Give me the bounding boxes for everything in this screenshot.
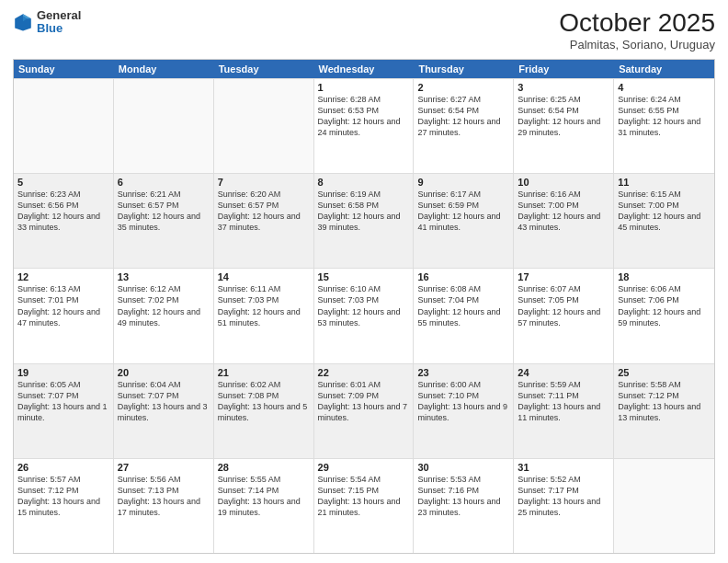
location-subtitle: Palmitas, Soriano, Uruguay	[559, 38, 715, 52]
cell-daylight-text: Sunrise: 6:25 AM Sunset: 6:54 PM Dayligh…	[518, 94, 609, 139]
day-number: 3	[518, 82, 609, 93]
cal-cell-3-0: 19Sunrise: 6:05 AM Sunset: 7:07 PM Dayli…	[14, 364, 114, 458]
cell-daylight-text: Sunrise: 5:52 AM Sunset: 7:17 PM Dayligh…	[518, 474, 609, 519]
cal-cell-1-5: 10Sunrise: 6:16 AM Sunset: 7:00 PM Dayli…	[514, 174, 614, 268]
day-number: 11	[618, 177, 711, 188]
cal-cell-4-4: 30Sunrise: 5:53 AM Sunset: 7:16 PM Dayli…	[414, 459, 514, 553]
cell-daylight-text: Sunrise: 6:27 AM Sunset: 6:54 PM Dayligh…	[417, 94, 509, 139]
cal-cell-1-4: 9Sunrise: 6:17 AM Sunset: 6:59 PM Daylig…	[414, 174, 514, 268]
cal-cell-2-4: 16Sunrise: 6:08 AM Sunset: 7:04 PM Dayli…	[414, 269, 514, 362]
day-number: 26	[17, 462, 109, 473]
day-number: 4	[618, 82, 711, 93]
day-number: 31	[518, 462, 609, 473]
cell-daylight-text: Sunrise: 6:10 AM Sunset: 7:03 PM Dayligh…	[318, 283, 410, 328]
cal-cell-4-0: 26Sunrise: 5:57 AM Sunset: 7:12 PM Dayli…	[14, 459, 114, 553]
cell-daylight-text: Sunrise: 5:58 AM Sunset: 7:12 PM Dayligh…	[618, 379, 711, 424]
cal-cell-2-1: 13Sunrise: 6:12 AM Sunset: 7:02 PM Dayli…	[114, 269, 214, 362]
day-number: 14	[218, 271, 310, 282]
header-day-monday: Monday	[114, 60, 214, 78]
calendar-body: 1Sunrise: 6:28 AM Sunset: 6:53 PM Daylig…	[14, 78, 714, 553]
cal-cell-2-6: 18Sunrise: 6:06 AM Sunset: 7:06 PM Dayli…	[614, 269, 714, 362]
cell-daylight-text: Sunrise: 6:17 AM Sunset: 6:59 PM Dayligh…	[417, 189, 509, 234]
header: General Blue October 2025 Palmitas, Sori…	[13, 9, 715, 52]
cal-cell-2-5: 17Sunrise: 6:07 AM Sunset: 7:05 PM Dayli…	[514, 269, 614, 362]
day-number: 30	[417, 462, 509, 473]
cell-daylight-text: Sunrise: 6:20 AM Sunset: 6:57 PM Dayligh…	[218, 189, 310, 234]
header-day-wednesday: Wednesday	[314, 60, 415, 78]
day-number: 20	[118, 367, 210, 378]
cal-cell-3-3: 22Sunrise: 6:01 AM Sunset: 7:09 PM Dayli…	[314, 364, 415, 458]
cal-cell-1-6: 11Sunrise: 6:15 AM Sunset: 7:00 PM Dayli…	[614, 174, 714, 268]
logo-general: General	[37, 8, 81, 22]
day-number: 1	[318, 82, 410, 93]
cell-daylight-text: Sunrise: 6:05 AM Sunset: 7:07 PM Dayligh…	[17, 379, 109, 424]
header-day-sunday: Sunday	[14, 60, 114, 78]
day-number: 6	[118, 177, 210, 188]
day-number: 13	[118, 271, 210, 282]
cell-daylight-text: Sunrise: 6:15 AM Sunset: 7:00 PM Dayligh…	[618, 189, 711, 234]
cell-daylight-text: Sunrise: 6:06 AM Sunset: 7:06 PM Dayligh…	[618, 283, 711, 328]
logo-text: General Blue	[37, 9, 81, 36]
cal-cell-0-0	[14, 79, 114, 173]
calendar-row-2: 12Sunrise: 6:13 AM Sunset: 7:01 PM Dayli…	[14, 268, 714, 362]
title-block: October 2025 Palmitas, Soriano, Uruguay	[559, 9, 715, 52]
header-day-friday: Friday	[514, 60, 614, 78]
header-day-tuesday: Tuesday	[214, 60, 314, 78]
cell-daylight-text: Sunrise: 6:13 AM Sunset: 7:01 PM Dayligh…	[17, 283, 109, 328]
cell-daylight-text: Sunrise: 6:07 AM Sunset: 7:05 PM Dayligh…	[518, 283, 609, 328]
cell-daylight-text: Sunrise: 6:28 AM Sunset: 6:53 PM Dayligh…	[318, 94, 410, 139]
cal-cell-1-2: 7Sunrise: 6:20 AM Sunset: 6:57 PM Daylig…	[214, 174, 314, 268]
day-number: 27	[118, 462, 210, 473]
cell-daylight-text: Sunrise: 6:02 AM Sunset: 7:08 PM Dayligh…	[218, 379, 310, 424]
cal-cell-0-2	[214, 79, 314, 173]
day-number: 19	[17, 367, 109, 378]
month-title: October 2025	[559, 9, 715, 38]
day-number: 2	[417, 82, 509, 93]
cal-cell-3-1: 20Sunrise: 6:04 AM Sunset: 7:07 PM Dayli…	[114, 364, 214, 458]
cal-cell-4-2: 28Sunrise: 5:55 AM Sunset: 7:14 PM Dayli…	[214, 459, 314, 553]
cell-daylight-text: Sunrise: 5:56 AM Sunset: 7:13 PM Dayligh…	[118, 474, 210, 519]
cell-daylight-text: Sunrise: 6:21 AM Sunset: 6:57 PM Dayligh…	[118, 189, 210, 234]
calendar-row-0: 1Sunrise: 6:28 AM Sunset: 6:53 PM Daylig…	[14, 78, 714, 173]
cell-daylight-text: Sunrise: 6:23 AM Sunset: 6:56 PM Dayligh…	[17, 189, 109, 234]
cal-cell-2-2: 14Sunrise: 6:11 AM Sunset: 7:03 PM Dayli…	[214, 269, 314, 362]
cell-daylight-text: Sunrise: 6:19 AM Sunset: 6:58 PM Dayligh…	[318, 189, 410, 234]
logo-icon	[13, 12, 33, 32]
day-number: 7	[218, 177, 310, 188]
cell-daylight-text: Sunrise: 5:54 AM Sunset: 7:15 PM Dayligh…	[318, 474, 410, 519]
cal-cell-0-6: 4Sunrise: 6:24 AM Sunset: 6:55 PM Daylig…	[614, 79, 714, 173]
page: General Blue October 2025 Palmitas, Sori…	[0, 0, 728, 563]
cell-daylight-text: Sunrise: 6:12 AM Sunset: 7:02 PM Dayligh…	[118, 283, 210, 328]
cal-cell-0-5: 3Sunrise: 6:25 AM Sunset: 6:54 PM Daylig…	[514, 79, 614, 173]
day-number: 8	[318, 177, 410, 188]
cal-cell-4-3: 29Sunrise: 5:54 AM Sunset: 7:15 PM Dayli…	[314, 459, 415, 553]
cal-cell-3-5: 24Sunrise: 5:59 AM Sunset: 7:11 PM Dayli…	[514, 364, 614, 458]
day-number: 18	[618, 271, 711, 282]
header-day-saturday: Saturday	[614, 60, 714, 78]
header-day-thursday: Thursday	[414, 60, 514, 78]
logo: General Blue	[13, 9, 81, 36]
logo-blue: Blue	[37, 21, 63, 35]
day-number: 25	[618, 367, 711, 378]
cal-cell-0-4: 2Sunrise: 6:27 AM Sunset: 6:54 PM Daylig…	[414, 79, 514, 173]
cell-daylight-text: Sunrise: 5:59 AM Sunset: 7:11 PM Dayligh…	[518, 379, 609, 424]
cell-daylight-text: Sunrise: 6:01 AM Sunset: 7:09 PM Dayligh…	[318, 379, 410, 424]
cal-cell-3-4: 23Sunrise: 6:00 AM Sunset: 7:10 PM Dayli…	[414, 364, 514, 458]
day-number: 21	[218, 367, 310, 378]
calendar-row-1: 5Sunrise: 6:23 AM Sunset: 6:56 PM Daylig…	[14, 173, 714, 268]
cal-cell-4-1: 27Sunrise: 5:56 AM Sunset: 7:13 PM Dayli…	[114, 459, 214, 553]
cell-daylight-text: Sunrise: 6:24 AM Sunset: 6:55 PM Dayligh…	[618, 94, 711, 139]
day-number: 28	[218, 462, 310, 473]
cell-daylight-text: Sunrise: 6:16 AM Sunset: 7:00 PM Dayligh…	[518, 189, 609, 234]
calendar: SundayMondayTuesdayWednesdayThursdayFrid…	[13, 59, 715, 554]
cell-daylight-text: Sunrise: 5:55 AM Sunset: 7:14 PM Dayligh…	[218, 474, 310, 519]
day-number: 16	[417, 271, 509, 282]
cell-daylight-text: Sunrise: 6:04 AM Sunset: 7:07 PM Dayligh…	[118, 379, 210, 424]
day-number: 9	[417, 177, 509, 188]
day-number: 12	[17, 271, 109, 282]
cal-cell-3-2: 21Sunrise: 6:02 AM Sunset: 7:08 PM Dayli…	[214, 364, 314, 458]
calendar-header: SundayMondayTuesdayWednesdayThursdayFrid…	[14, 60, 714, 78]
day-number: 15	[318, 271, 410, 282]
cal-cell-1-0: 5Sunrise: 6:23 AM Sunset: 6:56 PM Daylig…	[14, 174, 114, 268]
cal-cell-4-6	[614, 459, 714, 553]
